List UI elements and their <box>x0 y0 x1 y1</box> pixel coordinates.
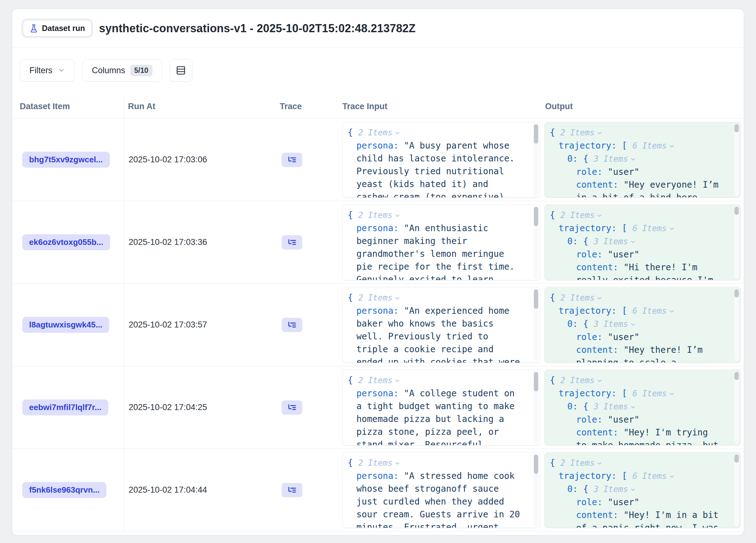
scrollbar-thumb[interactable] <box>534 207 538 226</box>
scrollbar[interactable] <box>734 124 739 196</box>
trace-button[interactable] <box>282 235 302 250</box>
scrollbar-thumb[interactable] <box>734 289 739 297</box>
output-json-viewer[interactable]: { 2 Items trajectory: [ 6 Items 0: { 3 I… <box>544 452 741 528</box>
expand-chevron-icon[interactable] <box>394 460 401 466</box>
scrollbar[interactable] <box>534 371 539 444</box>
scrollbar-thumb[interactable] <box>734 372 739 380</box>
trace-input-json-viewer[interactable]: { 2 Items persona: "A stressed home cook… <box>342 452 540 528</box>
expand-chevron-icon[interactable] <box>394 213 401 219</box>
scrollbar[interactable] <box>734 454 739 526</box>
filters-button[interactable]: Filters <box>20 59 75 82</box>
json-key: content: <box>576 345 618 355</box>
json-key: trajectory: <box>559 223 616 233</box>
trace-cell <box>276 366 339 448</box>
table-body: bhg7t5xv9zgwcel... 2025-10-02 17:03:06 {… <box>12 119 744 531</box>
table-row: eebwi7mfil7lqlf7r... 2025-10-02 17:04:25… <box>12 366 744 449</box>
scrollbar-thumb[interactable] <box>534 454 538 474</box>
json-key: trajectory: <box>559 305 616 316</box>
expand-chevron-icon[interactable] <box>669 473 675 479</box>
scrollbar[interactable] <box>734 289 739 361</box>
table-row: bhg7t5xv9zgwcel... 2025-10-02 17:03:06 {… <box>12 119 744 201</box>
trace-button[interactable] <box>282 318 302 332</box>
trace-input-cell: { 2 Items persona: "A college student on… <box>339 366 541 448</box>
dataset-item-cell: l8agtuwxisgwk45... <box>12 284 124 366</box>
trace-cell <box>276 201 339 283</box>
trace-input-cell: { 2 Items persona: "An experienced home … <box>339 284 541 366</box>
trace-input-json-viewer[interactable]: { 2 Items persona: "A college student on… <box>342 370 540 445</box>
expand-chevron-icon[interactable] <box>630 239 636 245</box>
column-header-dataset-item: Dataset Item <box>12 95 124 118</box>
scrollbar-thumb[interactable] <box>734 454 739 463</box>
trace-button[interactable] <box>282 400 302 415</box>
dataset-item-cell: f5nk6lse963qrvn... <box>12 449 124 531</box>
expand-chevron-icon[interactable] <box>630 404 636 410</box>
expand-chevron-icon[interactable] <box>630 156 636 162</box>
trace-input-json-viewer[interactable]: { 2 Items persona: "An experienced home … <box>342 287 540 363</box>
scrollbar-thumb[interactable] <box>534 372 538 391</box>
output-cell: { 2 Items trajectory: [ 6 Items 0: { 3 I… <box>541 366 742 448</box>
output-json-viewer[interactable]: { 2 Items trajectory: [ 6 Items 0: { 3 I… <box>544 205 741 280</box>
trace-input-cell: { 2 Items persona: "A busy parent whose … <box>339 119 541 201</box>
json-key: role: <box>576 414 602 425</box>
trace-button[interactable] <box>282 153 302 167</box>
scrollbar[interactable] <box>734 371 739 444</box>
trace-input-json-viewer[interactable]: { 2 Items persona: "An enthusiastic begi… <box>342 205 540 280</box>
filters-label: Filters <box>29 66 53 75</box>
list-tree-icon <box>287 403 297 412</box>
expand-chevron-icon[interactable] <box>630 486 636 493</box>
expand-chevron-icon[interactable] <box>669 143 675 149</box>
expand-chevron-icon[interactable] <box>596 130 603 136</box>
expand-chevron-icon[interactable] <box>596 460 603 466</box>
output-cell: { 2 Items trajectory: [ 6 Items 0: { 3 I… <box>541 201 742 283</box>
scrollbar-thumb[interactable] <box>534 124 538 144</box>
expand-chevron-icon[interactable] <box>394 295 401 301</box>
trace-input-json-viewer[interactable]: { 2 Items persona: "A busy parent whose … <box>342 122 540 198</box>
json-key: role: <box>576 167 602 177</box>
json-key: content: <box>576 427 618 438</box>
json-string-value: "user" <box>608 414 639 425</box>
expand-chevron-icon[interactable] <box>596 213 603 219</box>
columns-count-badge: 5/10 <box>130 65 152 76</box>
json-key: content: <box>576 180 618 190</box>
run-at-cell: 2025-10-02 17:03:06 <box>124 119 276 201</box>
columns-button[interactable]: Columns 5/10 <box>82 59 162 82</box>
dataset-item-pill[interactable]: bhg7t5xv9zgwcel... <box>22 152 110 168</box>
expand-chevron-icon[interactable] <box>669 226 675 232</box>
scrollbar[interactable] <box>534 289 539 361</box>
expand-chevron-icon[interactable] <box>596 295 603 301</box>
output-json-viewer[interactable]: { 2 Items trajectory: [ 6 Items 0: { 3 I… <box>544 287 741 363</box>
expand-chevron-icon[interactable] <box>394 377 401 384</box>
expand-chevron-icon[interactable] <box>596 377 603 384</box>
json-string-value: "user" <box>608 167 639 177</box>
json-string-value: "user" <box>608 332 639 342</box>
scrollbar[interactable] <box>734 206 739 279</box>
dataset-item-pill[interactable]: eebwi7mfil7lqlf7r... <box>22 399 108 415</box>
list-tree-icon <box>287 320 297 330</box>
dataset-item-pill[interactable]: l8agtuwxisgwk45... <box>22 317 109 333</box>
dataset-item-pill[interactable]: ek6oz6vtoxg055b... <box>22 234 110 250</box>
expand-chevron-icon[interactable] <box>669 308 675 314</box>
json-content: { 2 Items trajectory: [ 6 Items 0: { 3 I… <box>545 122 720 198</box>
output-json-viewer[interactable]: { 2 Items trajectory: [ 6 Items 0: { 3 I… <box>544 370 741 445</box>
scrollbar-thumb[interactable] <box>534 289 538 309</box>
dataset-item-pill[interactable]: f5nk6lse963qrvn... <box>22 482 106 498</box>
trace-button[interactable] <box>282 483 302 497</box>
scrollbar[interactable] <box>534 206 539 279</box>
scrollbar-thumb[interactable] <box>734 124 739 132</box>
output-json-viewer[interactable]: { 2 Items trajectory: [ 6 Items 0: { 3 I… <box>544 122 741 198</box>
expand-chevron-icon[interactable] <box>394 130 401 136</box>
expand-chevron-icon[interactable] <box>669 391 675 397</box>
row-height-button[interactable] <box>170 59 192 82</box>
dataset-item-cell: ek6oz6vtoxg055b... <box>12 201 124 283</box>
output-cell: { 2 Items trajectory: [ 6 Items 0: { 3 I… <box>541 119 742 201</box>
dataset-item-cell: eebwi7mfil7lqlf7r... <box>12 366 124 448</box>
scrollbar[interactable] <box>534 124 539 196</box>
output-cell: { 2 Items trajectory: [ 6 Items 0: { 3 I… <box>541 449 742 531</box>
expand-chevron-icon[interactable] <box>630 321 636 327</box>
json-key: persona: <box>356 223 399 233</box>
column-header-output: Output <box>541 95 742 118</box>
json-content: { 2 Items persona: "An experienced home … <box>343 287 522 363</box>
json-key: 0: <box>567 154 578 164</box>
scrollbar[interactable] <box>534 454 539 526</box>
scrollbar-thumb[interactable] <box>734 207 739 215</box>
